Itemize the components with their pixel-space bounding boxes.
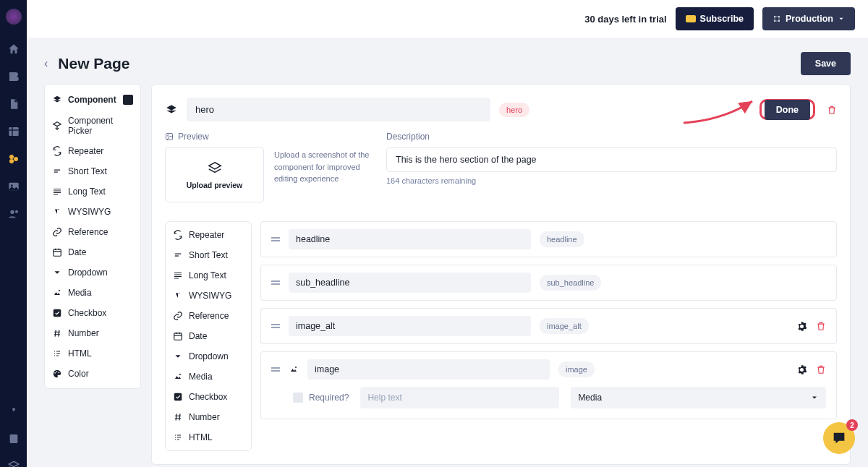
- checkbox-icon: [52, 308, 62, 318]
- component-type-media[interactable]: Media: [45, 283, 140, 303]
- drag-handle[interactable]: [271, 367, 280, 372]
- field-name-input[interactable]: [289, 229, 531, 249]
- reference-icon: [52, 227, 62, 237]
- docs-icon[interactable]: [7, 432, 21, 446]
- svg-rect-23: [54, 309, 61, 317]
- svg-rect-15: [54, 170, 60, 171]
- component-type-checkbox[interactable]: Checkbox: [45, 303, 140, 323]
- env-label: Production: [786, 14, 833, 24]
- field-type-repeater[interactable]: Repeater: [166, 225, 251, 245]
- done-button[interactable]: Done: [765, 100, 810, 120]
- svg-point-36: [179, 374, 181, 375]
- panel-toggle-icon[interactable]: [123, 95, 133, 105]
- field-type-checkbox[interactable]: Checkbox: [166, 387, 251, 407]
- field-type-media[interactable]: Media: [166, 367, 251, 387]
- field-type-reference[interactable]: Reference: [166, 306, 251, 326]
- help-icon[interactable]: [7, 404, 21, 419]
- checkbox-icon: [173, 392, 183, 402]
- back-button[interactable]: ‹: [44, 57, 48, 70]
- field-delete-button[interactable]: [816, 364, 826, 375]
- required-toggle[interactable]: Required?: [293, 393, 349, 403]
- image-icon: [165, 132, 174, 141]
- upload-preview-button[interactable]: Upload preview: [165, 147, 264, 202]
- component-name-input[interactable]: [187, 98, 490, 121]
- document-icon[interactable]: [7, 97, 21, 111]
- field-type-date[interactable]: Date: [166, 326, 251, 346]
- svg-rect-30: [175, 255, 179, 256]
- wysiwyg-icon: [52, 207, 62, 217]
- blog-icon[interactable]: [7, 69, 21, 84]
- svg-point-8: [10, 210, 14, 214]
- subscribe-button[interactable]: Subscribe: [676, 7, 754, 30]
- trial-text: 30 days left in trial: [584, 14, 666, 25]
- description-input[interactable]: [386, 147, 837, 172]
- panel-header: Component: [68, 95, 116, 105]
- svg-rect-10: [9, 434, 17, 443]
- long-text-icon: [52, 187, 62, 197]
- svg-point-24: [54, 372, 56, 374]
- field-image: imageRequired?Media: [260, 351, 837, 419]
- users-icon[interactable]: [7, 207, 21, 221]
- field-settings-button[interactable]: [796, 364, 807, 375]
- field-type-dropdown[interactable]: Dropdown: [166, 346, 251, 367]
- component-type-long-text[interactable]: Long Text: [45, 181, 140, 202]
- drag-handle[interactable]: [271, 237, 280, 241]
- field-headline: headline: [260, 221, 837, 257]
- svg-rect-35: [174, 333, 182, 340]
- field-type-number[interactable]: Number: [166, 407, 251, 427]
- component-type-dropdown[interactable]: Dropdown: [45, 262, 140, 283]
- component-type-html[interactable]: HTML: [45, 343, 140, 364]
- components-icon[interactable]: [7, 152, 21, 166]
- media-icon[interactable]: [7, 179, 21, 194]
- preview-label: Preview: [165, 132, 375, 142]
- field-type-list: RepeaterShort TextLong TextWYSIWYGRefere…: [165, 221, 252, 451]
- svg-rect-20: [54, 194, 58, 195]
- component-type-wysiwyg[interactable]: WYSIWYG: [45, 202, 140, 222]
- field-name-input[interactable]: [289, 316, 531, 336]
- component-type-number[interactable]: Number: [45, 323, 140, 343]
- layers-icon[interactable]: [7, 459, 21, 467]
- field-type-short-text[interactable]: Short Text: [166, 245, 251, 265]
- component-type-short-text[interactable]: Short Text: [45, 161, 140, 181]
- color-icon: [52, 369, 62, 379]
- svg-point-38: [295, 367, 297, 368]
- nav-rail: [0, 0, 27, 467]
- logo[interactable]: [6, 9, 22, 25]
- chat-widget[interactable]: 2: [823, 422, 855, 454]
- field-name-input[interactable]: [289, 273, 531, 293]
- save-button[interactable]: Save: [801, 52, 851, 75]
- field-key-pill: sub_headline: [540, 275, 601, 291]
- grid-icon[interactable]: [7, 124, 21, 139]
- help-text-input[interactable]: [360, 387, 559, 408]
- field-name-input[interactable]: [307, 359, 550, 380]
- environment-dropdown[interactable]: Production: [762, 7, 855, 30]
- drag-handle[interactable]: [271, 280, 280, 285]
- component-type-date[interactable]: Date: [45, 242, 140, 262]
- drag-handle[interactable]: [271, 324, 280, 328]
- preview-hint: Upload a screenshot of the component for…: [274, 147, 375, 185]
- field-type-select[interactable]: Media: [571, 387, 826, 408]
- field-settings-button[interactable]: [796, 321, 807, 332]
- field-type-wysiwyg[interactable]: WYSIWYG: [166, 286, 251, 306]
- home-icon[interactable]: [7, 42, 21, 56]
- chevron-down-icon: [810, 393, 819, 402]
- svg-rect-29: [175, 254, 181, 254]
- svg-rect-16: [54, 171, 58, 172]
- wysiwyg-icon: [173, 291, 183, 300]
- topbar: 30 days left in trial Subscribe Producti…: [27, 0, 868, 38]
- component-type-component-picker[interactable]: Component Picker: [45, 111, 140, 141]
- done-highlight: Done: [760, 99, 815, 120]
- field-type-long-text[interactable]: Long Text: [166, 265, 251, 286]
- field-type-html[interactable]: HTML: [166, 427, 251, 447]
- component-icon: [52, 95, 62, 105]
- number-icon: [52, 328, 62, 338]
- dropdown-icon: [52, 267, 62, 278]
- delete-component-button[interactable]: [827, 104, 837, 116]
- field-key-pill: headline: [540, 231, 584, 247]
- svg-point-5: [9, 159, 14, 163]
- field-delete-button[interactable]: [816, 320, 826, 332]
- component-type-color[interactable]: Color: [45, 364, 140, 384]
- component-type-repeater[interactable]: Repeater: [45, 141, 140, 161]
- component-type-reference[interactable]: Reference: [45, 222, 140, 242]
- svg-point-4: [14, 157, 18, 161]
